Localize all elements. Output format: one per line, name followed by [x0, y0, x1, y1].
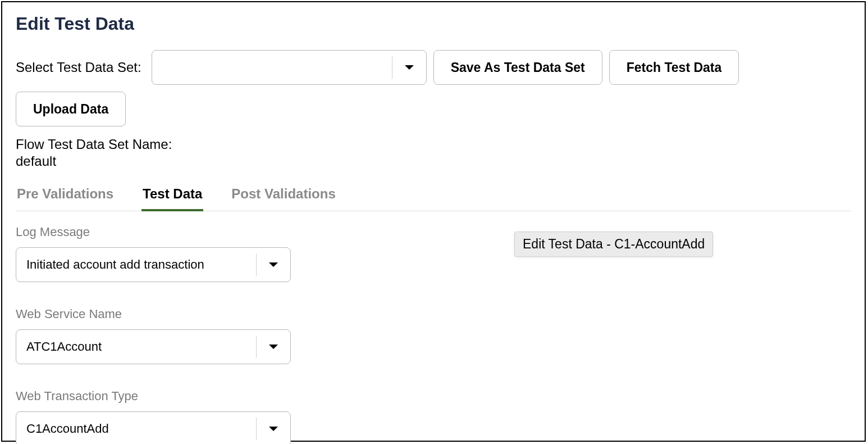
chevron-down-icon: [268, 262, 278, 268]
web-transaction-type-combo[interactable]: [16, 411, 291, 444]
field-web-service-name: Web Service Name: [16, 307, 851, 364]
web-service-name-combo[interactable]: [16, 329, 291, 364]
flow-test-data-set-name-value: default: [16, 153, 851, 169]
save-as-test-data-set-button[interactable]: Save As Test Data Set: [433, 50, 602, 85]
chevron-down-icon: [404, 65, 414, 70]
log-message-combo[interactable]: [16, 247, 291, 282]
tab-post-validations[interactable]: Post Validations: [230, 182, 336, 211]
tab-pre-validations[interactable]: Pre Validations: [16, 182, 115, 211]
log-message-label: Log Message: [16, 225, 851, 239]
select-test-data-set-label: Select Test Data Set:: [16, 60, 141, 75]
web-service-name-label: Web Service Name: [16, 307, 851, 321]
tabs: Pre Validations Test Data Post Validatio…: [16, 182, 851, 211]
field-log-message: Log Message: [16, 225, 851, 282]
tab-test-data[interactable]: Test Data: [141, 182, 203, 211]
log-message-caret[interactable]: [257, 248, 290, 282]
web-transaction-type-input[interactable]: [16, 412, 256, 444]
flow-test-data-set-name-label: Flow Test Data Set Name:: [16, 137, 851, 152]
chevron-down-icon: [268, 344, 278, 350]
page-title: Edit Test Data: [16, 13, 851, 34]
edit-test-data-panel: Edit Test Data Select Test Data Set: Sav…: [1, 1, 866, 442]
top-controls: Select Test Data Set: Save As Test Data …: [16, 50, 851, 126]
log-message-input[interactable]: [16, 248, 256, 282]
select-test-data-set-input[interactable]: [152, 51, 392, 84]
fetch-test-data-button[interactable]: Fetch Test Data: [609, 50, 739, 85]
select-test-data-set-caret[interactable]: [392, 51, 426, 84]
web-service-name-input[interactable]: [16, 330, 256, 364]
select-test-data-set-combo[interactable]: [152, 50, 427, 85]
tooltip: Edit Test Data - C1-AccountAdd: [514, 232, 713, 257]
chevron-down-icon: [268, 426, 278, 432]
upload-data-button[interactable]: Upload Data: [16, 92, 126, 126]
field-web-transaction-type: Web Transaction Type: [16, 389, 851, 444]
web-transaction-type-label: Web Transaction Type: [16, 389, 851, 404]
web-transaction-type-caret[interactable]: [257, 412, 290, 444]
web-service-name-caret[interactable]: [257, 330, 290, 364]
